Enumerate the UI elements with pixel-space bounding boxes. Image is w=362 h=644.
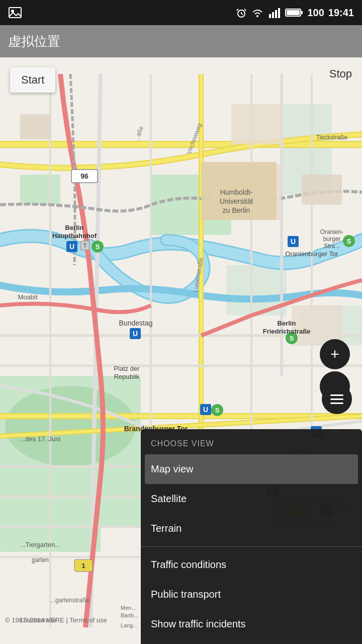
- view-item-map[interactable]: Map view: [145, 454, 358, 484]
- status-left: [8, 6, 22, 20]
- svg-point-18: [5, 386, 136, 466]
- svg-text:Hauptbahnhof: Hauptbahnhof: [52, 232, 97, 239]
- view-item-traffic-incidents[interactable]: Show traffic incidents: [141, 609, 362, 639]
- svg-text:zu Berlin: zu Berlin: [223, 206, 250, 214]
- time-display: 19:41: [328, 7, 354, 19]
- svg-point-1: [11, 10, 14, 13]
- svg-text:© 1987–2014 HERE | Terms of us: © 1987–2014 HERE | Terms of use: [5, 616, 107, 624]
- start-button[interactable]: Start: [10, 67, 55, 93]
- view-item-public-transport[interactable]: Public transport: [141, 580, 362, 609]
- zoom-in-button[interactable]: +: [320, 339, 350, 369]
- svg-rect-14: [301, 11, 303, 14]
- wifi-icon: [251, 7, 264, 18]
- view-item-satellite[interactable]: Satellite: [141, 484, 362, 514]
- svg-rect-9: [272, 12, 274, 18]
- svg-text:T: T: [83, 243, 86, 249]
- menu-icon: [330, 394, 343, 404]
- svg-rect-47: [20, 114, 50, 139]
- choose-view-title: CHOOSE VIEW: [141, 429, 362, 454]
- svg-text:Berlin: Berlin: [65, 224, 84, 231]
- svg-rect-11: [278, 8, 280, 18]
- svg-text:Men...: Men...: [121, 605, 136, 611]
- signal-icon: [268, 7, 281, 18]
- alarm-icon: [236, 7, 247, 18]
- map-container[interactable]: 96 1 1 U U U U U U U S: [0, 57, 362, 644]
- svg-rect-13: [287, 10, 300, 15]
- status-bar: 100 19:41: [0, 0, 362, 25]
- svg-line-5: [237, 9, 238, 11]
- svg-text:Platz der: Platz der: [114, 365, 140, 372]
- svg-rect-46: [231, 104, 282, 144]
- svg-text:Universität: Universität: [220, 197, 253, 205]
- battery-icon: [285, 8, 303, 18]
- title-bar: 虚拟位置: [0, 25, 362, 57]
- svg-line-6: [244, 9, 246, 11]
- view-item-traffic[interactable]: Traffic conditions: [141, 550, 362, 580]
- svg-text:S: S: [215, 407, 220, 414]
- svg-text:96: 96: [80, 172, 88, 180]
- svg-text:burger: burger: [323, 235, 341, 243]
- svg-rect-10: [275, 10, 277, 18]
- svg-text:...des 17. Juni: ...des 17. Juni: [20, 435, 61, 443]
- svg-text:U: U: [133, 330, 138, 338]
- view-divider: [141, 546, 362, 547]
- svg-text:Lang...: Lang...: [121, 622, 138, 628]
- svg-text:...gartenstraße: ...gartenstraße: [50, 597, 89, 604]
- svg-rect-45: [302, 175, 342, 205]
- stop-button[interactable]: Stop: [329, 67, 352, 80]
- svg-text:1: 1: [81, 562, 85, 570]
- svg-text:Oranienburger Tor: Oranienburger Tor: [285, 250, 338, 258]
- battery-level: 100: [307, 7, 324, 19]
- svg-text:U: U: [69, 243, 74, 251]
- svg-text:...Tiergarten...: ...Tiergarten...: [20, 541, 60, 548]
- choose-view-panel: CHOOSE VIEW Map view Satellite Terrain T…: [141, 429, 362, 644]
- svg-text:Bundestag: Bundestag: [119, 319, 153, 327]
- svg-text:Friedrichstraße: Friedrichstraße: [263, 328, 311, 335]
- image-icon: [8, 6, 22, 20]
- svg-rect-22: [20, 175, 60, 205]
- menu-button[interactable]: [322, 384, 352, 414]
- view-item-terrain[interactable]: Terrain: [141, 514, 362, 543]
- svg-text:Barth...: Barth...: [121, 612, 138, 618]
- svg-text:Tieckstraße: Tieckstraße: [316, 134, 348, 141]
- svg-line-4: [241, 14, 243, 15]
- svg-rect-8: [269, 14, 271, 18]
- svg-text:U: U: [291, 237, 296, 246]
- svg-text:garten: garten: [32, 556, 49, 564]
- svg-rect-0: [9, 8, 21, 18]
- svg-text:Republik: Republik: [114, 373, 140, 380]
- svg-text:Moabit: Moabit: [18, 293, 37, 301]
- status-right: 100 19:41: [236, 7, 354, 19]
- svg-text:S: S: [290, 335, 294, 342]
- svg-text:Stra...: Stra...: [324, 243, 340, 250]
- svg-text:S: S: [347, 237, 351, 245]
- svg-text:S: S: [96, 243, 100, 251]
- svg-text:Oranien-: Oranien-: [320, 228, 344, 235]
- svg-text:U: U: [203, 406, 208, 414]
- app-title: 虚拟位置: [8, 33, 60, 50]
- svg-text:Berlin: Berlin: [278, 319, 296, 327]
- svg-text:Humboldt-: Humboldt-: [220, 188, 253, 196]
- svg-point-7: [256, 15, 258, 17]
